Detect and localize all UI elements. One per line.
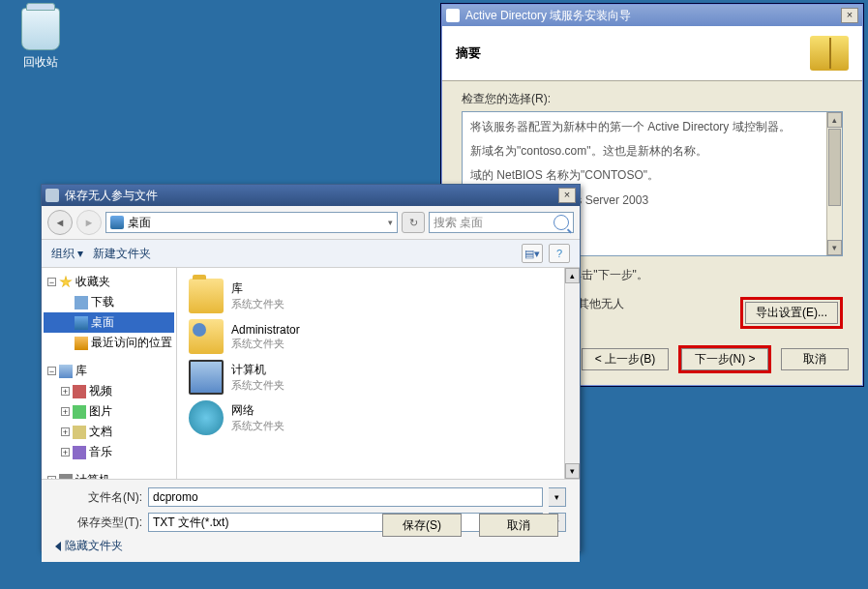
save-titlebar[interactable]: 保存无人参与文件 × bbox=[42, 185, 580, 206]
scroll-down-icon[interactable]: ▾ bbox=[565, 463, 580, 479]
save-title-icon bbox=[45, 189, 59, 202]
save-close-button[interactable]: × bbox=[558, 188, 576, 203]
library-icon bbox=[189, 279, 224, 313]
tree-favorites[interactable]: −收藏夹 bbox=[44, 272, 174, 292]
tree-videos[interactable]: +视频 bbox=[44, 381, 174, 401]
folder-tree[interactable]: −收藏夹 下载 桌面 最近访问的位置 −库 +视频 +图片 +文档 +音乐 +计… bbox=[42, 268, 177, 479]
list-item[interactable]: 计算机系统文件夹 bbox=[185, 357, 572, 398]
breadcrumb-text: 桌面 bbox=[128, 215, 151, 231]
summary-line: 域的 NetBIOS 名称为"CONTOSO"。 bbox=[470, 166, 834, 185]
summary-line: 将该服务器配置为新林中的第一个 Active Directory 域控制器。 bbox=[470, 118, 834, 136]
new-folder-button[interactable]: 新建文件夹 bbox=[93, 246, 151, 262]
recycle-bin-icon bbox=[21, 8, 60, 50]
export-button-highlight: 导出设置(E)... bbox=[740, 297, 843, 329]
filename-label: 文件名(N): bbox=[55, 489, 142, 506]
search-icon[interactable] bbox=[554, 215, 569, 230]
breadcrumb-bar[interactable]: 桌面 ▾ bbox=[105, 212, 398, 233]
filename-dropdown[interactable]: ▾ bbox=[549, 487, 566, 507]
tree-downloads[interactable]: 下载 bbox=[44, 292, 174, 312]
help-button[interactable]: ? bbox=[549, 244, 570, 263]
scroll-up-icon[interactable]: ▴ bbox=[827, 112, 842, 128]
refresh-button[interactable]: ↻ bbox=[402, 212, 425, 233]
wizard-cancel-button[interactable]: 取消 bbox=[781, 348, 849, 370]
wizard-title: Active Directory 域服务安装向导 bbox=[465, 8, 631, 24]
tree-computer[interactable]: +计算机 bbox=[44, 470, 174, 479]
tree-documents[interactable]: +文档 bbox=[44, 422, 174, 442]
save-title: 保存无人参与文件 bbox=[65, 188, 158, 204]
wizard-header-text: 摘要 bbox=[456, 44, 481, 62]
back-button[interactable]: < 上一步(B) bbox=[582, 348, 669, 370]
next-button-highlight: 下一步(N) > bbox=[678, 345, 771, 373]
computer-icon bbox=[189, 360, 224, 395]
scroll-up-icon[interactable]: ▴ bbox=[565, 268, 580, 283]
breadcrumb-dropdown-icon[interactable]: ▾ bbox=[388, 218, 393, 227]
search-placeholder: 搜索 桌面 bbox=[434, 215, 483, 231]
search-input[interactable]: 搜索 桌面 bbox=[429, 212, 574, 233]
list-item[interactable]: 网络系统文件夹 bbox=[185, 398, 572, 438]
user-folder-icon bbox=[189, 319, 224, 354]
wizard-titlebar[interactable]: Active Directory 域服务安装向导 × bbox=[442, 5, 862, 26]
wizard-close-button[interactable]: × bbox=[841, 8, 858, 23]
organize-menu[interactable]: 组织 ▾ bbox=[51, 246, 83, 262]
dialog-toolbar: 组织 ▾ 新建文件夹 ▤▾ ? bbox=[42, 240, 580, 268]
save-button[interactable]: 保存(S) bbox=[382, 514, 462, 537]
tree-recent[interactable]: 最近访问的位置 bbox=[44, 333, 174, 353]
summary-line: 新域名为"contoso.com"。这也是新林的名称。 bbox=[470, 142, 834, 161]
recycle-bin[interactable]: 回收站 bbox=[17, 8, 64, 71]
hide-folders-toggle[interactable]: 隐藏文件夹 bbox=[55, 538, 566, 554]
chevron-left-icon bbox=[55, 542, 61, 551]
tree-desktop[interactable]: 桌面 bbox=[44, 312, 174, 333]
nav-back-button[interactable]: ◄ bbox=[47, 210, 73, 235]
desktop-icon bbox=[110, 216, 124, 229]
nav-forward-button[interactable]: ► bbox=[76, 210, 102, 235]
filename-input[interactable]: dcpromo bbox=[148, 487, 543, 507]
list-item[interactable]: Administrator系统文件夹 bbox=[185, 316, 572, 357]
summary-scrollbar[interactable]: ▴ ▾ bbox=[826, 112, 842, 255]
wizard-title-icon bbox=[446, 9, 460, 22]
dialog-cancel-button[interactable]: 取消 bbox=[479, 514, 558, 537]
list-item[interactable]: 库系统文件夹 bbox=[185, 276, 572, 316]
file-list[interactable]: 库系统文件夹 Administrator系统文件夹 计算机系统文件夹 网络系统文… bbox=[177, 268, 580, 479]
save-file-dialog: 保存无人参与文件 × ◄ ► 桌面 ▾ ↻ 搜索 桌面 组织 ▾ 新建文件夹 ▤… bbox=[41, 184, 581, 551]
review-label: 检查您的选择(R): bbox=[462, 91, 843, 107]
wizard-book-icon bbox=[810, 36, 849, 71]
export-settings-button[interactable]: 导出设置(E)... bbox=[745, 302, 838, 324]
address-row: ◄ ► 桌面 ▾ ↻ 搜索 桌面 bbox=[42, 206, 580, 240]
recycle-bin-label: 回收站 bbox=[17, 54, 64, 71]
filetype-label: 保存类型(T): bbox=[55, 515, 142, 531]
next-button[interactable]: 下一步(N) > bbox=[681, 348, 768, 370]
network-icon bbox=[189, 400, 224, 435]
wizard-header: 摘要 bbox=[442, 26, 862, 81]
tree-music[interactable]: +音乐 bbox=[44, 442, 174, 462]
view-button[interactable]: ▤▾ bbox=[522, 244, 543, 263]
tree-pictures[interactable]: +图片 bbox=[44, 401, 174, 422]
scroll-thumb[interactable] bbox=[828, 129, 841, 206]
filelist-scrollbar[interactable]: ▴ ▾ bbox=[564, 268, 580, 479]
scroll-down-icon[interactable]: ▾ bbox=[827, 240, 842, 255]
tree-libraries[interactable]: −库 bbox=[44, 361, 174, 381]
